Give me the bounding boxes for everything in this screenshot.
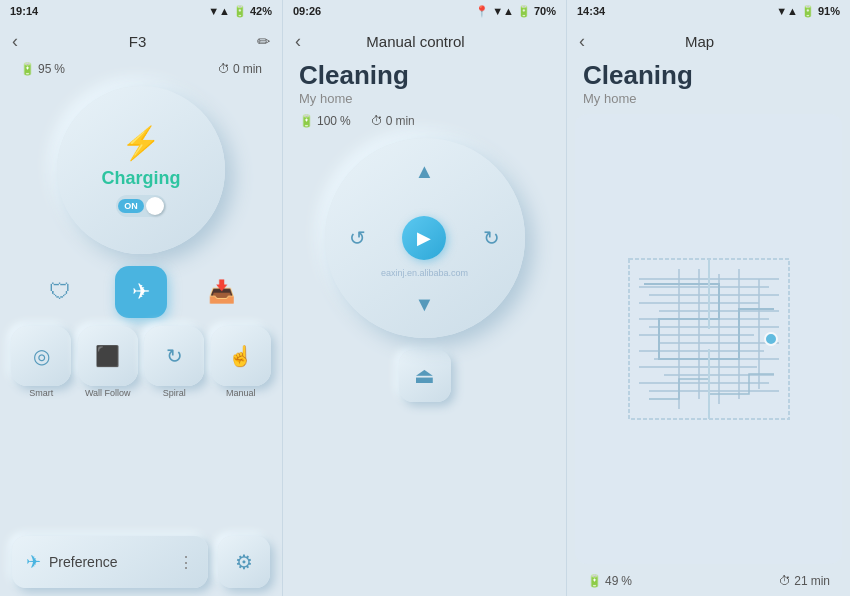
inbox-button[interactable]: 📥: [196, 266, 248, 318]
status-icons-2: 📍 ▼▲ 🔋 70%: [475, 5, 556, 18]
header-1: ‹ F3 ✏: [0, 22, 282, 58]
battery-stat-value: 95: [38, 62, 51, 76]
down-button[interactable]: ▼: [406, 287, 442, 323]
dock-icon: ⏏: [414, 363, 435, 389]
battery-icon-1: 🔋: [233, 5, 247, 18]
wall-follow-btn[interactable]: ⬛: [78, 326, 138, 386]
time-stat-3: ⏱ 21 min: [779, 574, 830, 588]
battery-val-2: 100: [317, 114, 337, 128]
cleaning-title-2: Cleaning: [283, 58, 566, 91]
time-unit-2: min: [395, 114, 414, 128]
battery-stat-icon: 🔋: [20, 62, 35, 76]
signal-icon-1: ▼▲: [208, 5, 230, 17]
battery-stat-3: 🔋 49 %: [587, 574, 632, 588]
cleaning-stats-2: 🔋 100 % ⏱ 0 min: [283, 110, 566, 134]
main-circle-container: ⚡ Charging ON: [57, 86, 225, 254]
mode-smart[interactable]: ◎ Smart: [11, 326, 71, 398]
settings-button[interactable]: ⚙: [218, 536, 270, 588]
dock-btn-wrap: ⏏: [283, 350, 566, 402]
status-icons-3: ▼▲ 🔋 91%: [776, 5, 840, 18]
spiral-btn[interactable]: ↻: [144, 326, 204, 386]
mode-wall-follow[interactable]: ⬛ Wall Follow: [78, 326, 138, 398]
battery-stat-icon-3: 🔋: [587, 574, 602, 588]
charging-label: Charging: [102, 168, 181, 189]
page-title-1: F3: [18, 33, 257, 50]
panel-manual: 09:26 📍 ▼▲ 🔋 70% ‹ Manual control Cleani…: [283, 0, 567, 596]
status-bar-1: 19:14 ▼▲ 🔋 42%: [0, 0, 282, 22]
control-circle-wrap: ▲ ↺ ▶ ↻ ▼ eaxinj.en.alibaba.com: [325, 138, 525, 338]
rotate-right-button[interactable]: ↻: [473, 220, 509, 256]
time-stat-icon: ⏱: [218, 62, 230, 76]
time-stat-icon-3: ⏱: [779, 574, 791, 588]
status-bar-3: 14:34 ▼▲ 🔋 91%: [567, 0, 850, 22]
battery-stat-unit: %: [54, 62, 65, 76]
play-button[interactable]: ▶: [402, 216, 446, 260]
edit-icon-1[interactable]: ✏: [257, 32, 270, 51]
control-circle: ▲ ↺ ▶ ↻ ▼ eaxinj.en.alibaba.com: [325, 138, 525, 338]
wall-follow-label: Wall Follow: [85, 388, 131, 398]
mode-manual[interactable]: ☝ Manual: [211, 326, 271, 398]
svg-point-23: [765, 333, 777, 345]
time-stat-value: 0: [233, 62, 240, 76]
battery-pct-2: 70%: [534, 5, 556, 17]
time-stat-icon-2: ⏱: [371, 114, 383, 128]
panel-f3: 19:14 ▼▲ 🔋 42% ‹ F3 ✏ 🔋 95 % ⏱ 0 min ⚡ C…: [0, 0, 283, 596]
preference-icon: ✈: [26, 551, 41, 573]
time-stat-unit: min: [243, 62, 262, 76]
smart-btn[interactable]: ◎: [11, 326, 71, 386]
mode-row: ◎ Smart ⬛ Wall Follow ↻ Spiral ☝ Manual: [0, 322, 282, 400]
manual-btn[interactable]: ☝: [211, 326, 271, 386]
send-button[interactable]: ✈: [115, 266, 167, 318]
signal-icon-2: ▼▲: [492, 5, 514, 17]
bottom-stats-3: 🔋 49 % ⏱ 21 min: [567, 568, 850, 596]
schedule-button[interactable]: 🛡: [34, 266, 86, 318]
cleaning-title-3: Cleaning: [567, 58, 850, 91]
map-area: [575, 114, 842, 564]
manual-label: Manual: [226, 388, 256, 398]
charging-toggle[interactable]: ON: [116, 195, 166, 217]
time-val-3: 21: [794, 574, 807, 588]
status-bar-2: 09:26 📍 ▼▲ 🔋 70%: [283, 0, 566, 22]
battery-stat-2: 🔋 100 %: [299, 114, 351, 128]
preference-button[interactable]: ✈ Preference ⋮: [12, 536, 208, 588]
smart-label: Smart: [29, 388, 53, 398]
dock-button[interactable]: ⏏: [399, 350, 451, 402]
rotate-left-button[interactable]: ↺: [340, 220, 376, 256]
time-stat: ⏱ 0 min: [218, 62, 262, 76]
time-unit-3: min: [811, 574, 830, 588]
cleaning-subtitle-2: My home: [283, 91, 566, 110]
time-stat-2: ⏱ 0 min: [371, 114, 415, 128]
battery-unit-3: %: [621, 574, 632, 588]
preference-bar: ✈ Preference ⋮ ⚙: [0, 526, 282, 596]
spiral-label: Spiral: [163, 388, 186, 398]
watermark: eaxinj.en.alibaba.com: [381, 268, 468, 278]
top-stats-1: 🔋 95 % ⏱ 0 min: [0, 58, 282, 80]
page-title-2: Manual control: [301, 33, 530, 50]
battery-stat: 🔋 95 %: [20, 62, 65, 76]
preference-dots[interactable]: ⋮: [178, 553, 194, 572]
page-title-3: Map: [585, 33, 814, 50]
settings-icon: ⚙: [235, 550, 253, 574]
battery-stat-icon-2: 🔋: [299, 114, 314, 128]
time-3: 14:34: [577, 5, 605, 17]
cleaning-subtitle-3: My home: [567, 91, 850, 110]
battery-pct-3: 91%: [818, 5, 840, 17]
action-icon-row: 🛡 ✈ 📥: [0, 260, 282, 322]
battery-pct-1: 42%: [250, 5, 272, 17]
time-2: 09:26: [293, 5, 321, 17]
time-val-2: 0: [386, 114, 393, 128]
toggle-knob[interactable]: [146, 197, 164, 215]
battery-icon-3: 🔋: [801, 5, 815, 18]
toggle-on-label[interactable]: ON: [118, 199, 144, 213]
status-icons-1: ▼▲ 🔋 42%: [208, 5, 272, 18]
mode-spiral[interactable]: ↻ Spiral: [144, 326, 204, 398]
battery-unit-2: %: [340, 114, 351, 128]
header-2: ‹ Manual control: [283, 22, 566, 58]
battery-val-3: 49: [605, 574, 618, 588]
main-circle: ⚡ Charging ON: [57, 86, 225, 254]
header-3: ‹ Map: [567, 22, 850, 58]
panel-map: 14:34 ▼▲ 🔋 91% ‹ Map Cleaning My home: [567, 0, 850, 596]
charging-icon: ⚡: [121, 124, 161, 162]
up-button[interactable]: ▲: [406, 153, 442, 189]
signal-icon-3: ▼▲: [776, 5, 798, 17]
